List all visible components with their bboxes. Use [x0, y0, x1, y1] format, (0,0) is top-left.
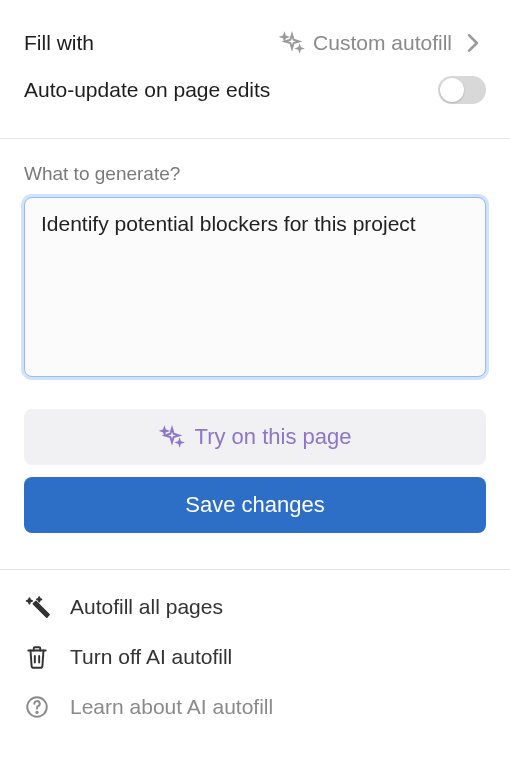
chevron-right-icon — [460, 30, 486, 56]
divider — [0, 138, 510, 139]
sparkle-icon — [159, 424, 185, 450]
try-button[interactable]: Try on this page — [24, 409, 486, 465]
auto-update-row: Auto-update on page edits — [24, 66, 486, 114]
turn-off-option[interactable]: Turn off AI autofill — [24, 632, 486, 682]
divider — [0, 569, 510, 570]
save-button-label: Save changes — [185, 492, 324, 518]
autofill-all-option[interactable]: Autofill all pages — [24, 582, 486, 632]
sparkle-icon — [279, 30, 305, 56]
auto-update-toggle[interactable] — [438, 76, 486, 104]
fill-with-row[interactable]: Fill with Custom autofill — [24, 20, 486, 66]
button-group: Try on this page Save changes — [24, 409, 486, 533]
autofill-all-label: Autofill all pages — [70, 595, 223, 619]
svg-point-1 — [36, 712, 37, 713]
settings-section: Fill with Custom autofill Auto-update on… — [0, 0, 510, 134]
prompt-input[interactable]: Identify potential blockers for this pro… — [24, 197, 486, 377]
try-button-label: Try on this page — [195, 424, 352, 450]
fill-with-selector[interactable]: Custom autofill — [279, 30, 486, 56]
auto-update-label: Auto-update on page edits — [24, 78, 270, 102]
learn-option[interactable]: Learn about AI autofill — [24, 682, 486, 732]
options-section: Autofill all pages Turn off AI autofill … — [0, 574, 510, 752]
sparkle-wand-icon — [24, 594, 50, 620]
fill-with-label: Fill with — [24, 31, 94, 55]
prompt-section: What to generate? Identify potential blo… — [0, 143, 510, 565]
help-icon — [24, 694, 50, 720]
trash-icon — [24, 644, 50, 670]
fill-with-value-text: Custom autofill — [313, 31, 452, 55]
save-button[interactable]: Save changes — [24, 477, 486, 533]
turn-off-label: Turn off AI autofill — [70, 645, 232, 669]
learn-label: Learn about AI autofill — [70, 695, 273, 719]
prompt-label: What to generate? — [24, 163, 486, 185]
